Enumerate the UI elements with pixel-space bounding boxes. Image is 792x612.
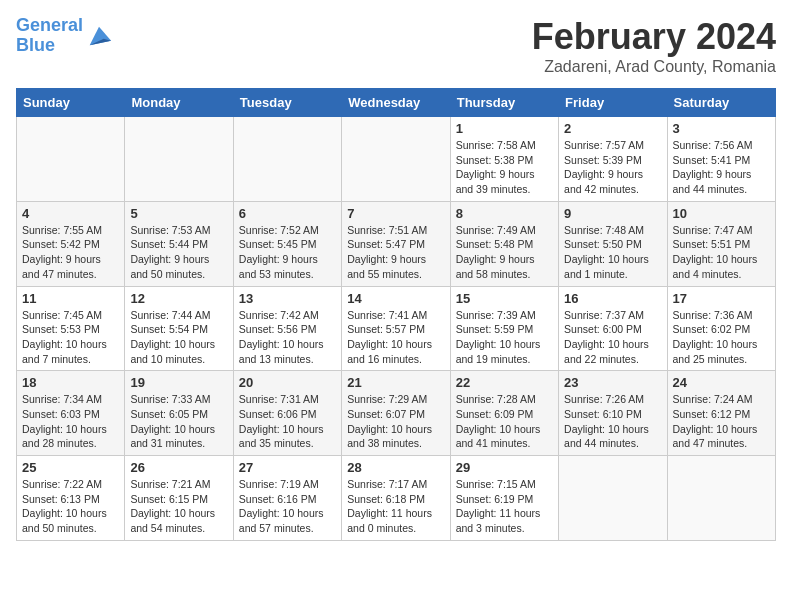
calendar-cell: 4Sunrise: 7:55 AM Sunset: 5:42 PM Daylig…	[17, 201, 125, 286]
dow-header: Tuesday	[233, 89, 341, 117]
day-info: Sunrise: 7:31 AM Sunset: 6:06 PM Dayligh…	[239, 392, 336, 451]
calendar-cell	[667, 456, 775, 541]
dow-header: Wednesday	[342, 89, 450, 117]
calendar-cell: 9Sunrise: 7:48 AM Sunset: 5:50 PM Daylig…	[559, 201, 667, 286]
day-number: 11	[22, 291, 119, 306]
calendar-cell: 6Sunrise: 7:52 AM Sunset: 5:45 PM Daylig…	[233, 201, 341, 286]
day-number: 24	[673, 375, 770, 390]
calendar-cell: 2Sunrise: 7:57 AM Sunset: 5:39 PM Daylig…	[559, 117, 667, 202]
calendar-cell	[125, 117, 233, 202]
calendar-cell: 7Sunrise: 7:51 AM Sunset: 5:47 PM Daylig…	[342, 201, 450, 286]
day-number: 12	[130, 291, 227, 306]
title-area: February 2024 Zadareni, Arad County, Rom…	[532, 16, 776, 76]
day-number: 4	[22, 206, 119, 221]
logo-text: General Blue	[16, 16, 83, 56]
day-number: 3	[673, 121, 770, 136]
day-number: 19	[130, 375, 227, 390]
calendar-cell	[342, 117, 450, 202]
day-number: 6	[239, 206, 336, 221]
calendar-cell	[233, 117, 341, 202]
calendar-cell: 1Sunrise: 7:58 AM Sunset: 5:38 PM Daylig…	[450, 117, 558, 202]
calendar-cell: 13Sunrise: 7:42 AM Sunset: 5:56 PM Dayli…	[233, 286, 341, 371]
dow-header: Saturday	[667, 89, 775, 117]
month-title: February 2024	[532, 16, 776, 58]
day-number: 18	[22, 375, 119, 390]
day-info: Sunrise: 7:44 AM Sunset: 5:54 PM Dayligh…	[130, 308, 227, 367]
day-info: Sunrise: 7:57 AM Sunset: 5:39 PM Dayligh…	[564, 138, 661, 197]
calendar-cell: 3Sunrise: 7:56 AM Sunset: 5:41 PM Daylig…	[667, 117, 775, 202]
day-info: Sunrise: 7:58 AM Sunset: 5:38 PM Dayligh…	[456, 138, 553, 197]
day-info: Sunrise: 7:45 AM Sunset: 5:53 PM Dayligh…	[22, 308, 119, 367]
calendar-cell: 18Sunrise: 7:34 AM Sunset: 6:03 PM Dayli…	[17, 371, 125, 456]
day-info: Sunrise: 7:47 AM Sunset: 5:51 PM Dayligh…	[673, 223, 770, 282]
logo: General Blue	[16, 16, 113, 56]
day-number: 7	[347, 206, 444, 221]
day-info: Sunrise: 7:41 AM Sunset: 5:57 PM Dayligh…	[347, 308, 444, 367]
calendar-table: SundayMondayTuesdayWednesdayThursdayFrid…	[16, 88, 776, 541]
day-info: Sunrise: 7:17 AM Sunset: 6:18 PM Dayligh…	[347, 477, 444, 536]
calendar-week-row: 18Sunrise: 7:34 AM Sunset: 6:03 PM Dayli…	[17, 371, 776, 456]
day-info: Sunrise: 7:37 AM Sunset: 6:00 PM Dayligh…	[564, 308, 661, 367]
calendar-cell: 10Sunrise: 7:47 AM Sunset: 5:51 PM Dayli…	[667, 201, 775, 286]
day-number: 16	[564, 291, 661, 306]
header: General Blue February 2024 Zadareni, Ara…	[16, 16, 776, 76]
day-number: 15	[456, 291, 553, 306]
day-number: 13	[239, 291, 336, 306]
day-info: Sunrise: 7:24 AM Sunset: 6:12 PM Dayligh…	[673, 392, 770, 451]
calendar-week-row: 1Sunrise: 7:58 AM Sunset: 5:38 PM Daylig…	[17, 117, 776, 202]
day-number: 23	[564, 375, 661, 390]
day-info: Sunrise: 7:49 AM Sunset: 5:48 PM Dayligh…	[456, 223, 553, 282]
calendar-cell: 14Sunrise: 7:41 AM Sunset: 5:57 PM Dayli…	[342, 286, 450, 371]
day-number: 2	[564, 121, 661, 136]
day-info: Sunrise: 7:22 AM Sunset: 6:13 PM Dayligh…	[22, 477, 119, 536]
calendar-cell: 11Sunrise: 7:45 AM Sunset: 5:53 PM Dayli…	[17, 286, 125, 371]
days-of-week-row: SundayMondayTuesdayWednesdayThursdayFrid…	[17, 89, 776, 117]
day-number: 28	[347, 460, 444, 475]
day-number: 10	[673, 206, 770, 221]
calendar-cell	[17, 117, 125, 202]
day-info: Sunrise: 7:39 AM Sunset: 5:59 PM Dayligh…	[456, 308, 553, 367]
calendar-cell: 24Sunrise: 7:24 AM Sunset: 6:12 PM Dayli…	[667, 371, 775, 456]
day-number: 29	[456, 460, 553, 475]
day-info: Sunrise: 7:42 AM Sunset: 5:56 PM Dayligh…	[239, 308, 336, 367]
day-number: 21	[347, 375, 444, 390]
logo-icon	[85, 22, 113, 50]
day-info: Sunrise: 7:36 AM Sunset: 6:02 PM Dayligh…	[673, 308, 770, 367]
dow-header: Monday	[125, 89, 233, 117]
day-number: 25	[22, 460, 119, 475]
calendar-cell: 20Sunrise: 7:31 AM Sunset: 6:06 PM Dayli…	[233, 371, 341, 456]
calendar-cell: 5Sunrise: 7:53 AM Sunset: 5:44 PM Daylig…	[125, 201, 233, 286]
calendar-cell: 27Sunrise: 7:19 AM Sunset: 6:16 PM Dayli…	[233, 456, 341, 541]
calendar-cell: 16Sunrise: 7:37 AM Sunset: 6:00 PM Dayli…	[559, 286, 667, 371]
calendar-week-row: 25Sunrise: 7:22 AM Sunset: 6:13 PM Dayli…	[17, 456, 776, 541]
day-number: 5	[130, 206, 227, 221]
day-number: 27	[239, 460, 336, 475]
day-info: Sunrise: 7:51 AM Sunset: 5:47 PM Dayligh…	[347, 223, 444, 282]
day-info: Sunrise: 7:26 AM Sunset: 6:10 PM Dayligh…	[564, 392, 661, 451]
day-info: Sunrise: 7:53 AM Sunset: 5:44 PM Dayligh…	[130, 223, 227, 282]
calendar-cell: 29Sunrise: 7:15 AM Sunset: 6:19 PM Dayli…	[450, 456, 558, 541]
day-number: 8	[456, 206, 553, 221]
calendar-cell: 21Sunrise: 7:29 AM Sunset: 6:07 PM Dayli…	[342, 371, 450, 456]
calendar-cell: 26Sunrise: 7:21 AM Sunset: 6:15 PM Dayli…	[125, 456, 233, 541]
day-info: Sunrise: 7:15 AM Sunset: 6:19 PM Dayligh…	[456, 477, 553, 536]
logo-line1: General	[16, 15, 83, 35]
day-number: 14	[347, 291, 444, 306]
calendar-cell: 17Sunrise: 7:36 AM Sunset: 6:02 PM Dayli…	[667, 286, 775, 371]
calendar-cell: 22Sunrise: 7:28 AM Sunset: 6:09 PM Dayli…	[450, 371, 558, 456]
day-info: Sunrise: 7:56 AM Sunset: 5:41 PM Dayligh…	[673, 138, 770, 197]
day-info: Sunrise: 7:33 AM Sunset: 6:05 PM Dayligh…	[130, 392, 227, 451]
day-info: Sunrise: 7:34 AM Sunset: 6:03 PM Dayligh…	[22, 392, 119, 451]
dow-header: Sunday	[17, 89, 125, 117]
calendar-week-row: 11Sunrise: 7:45 AM Sunset: 5:53 PM Dayli…	[17, 286, 776, 371]
day-number: 26	[130, 460, 227, 475]
day-number: 1	[456, 121, 553, 136]
calendar-cell: 15Sunrise: 7:39 AM Sunset: 5:59 PM Dayli…	[450, 286, 558, 371]
calendar-cell: 23Sunrise: 7:26 AM Sunset: 6:10 PM Dayli…	[559, 371, 667, 456]
calendar-week-row: 4Sunrise: 7:55 AM Sunset: 5:42 PM Daylig…	[17, 201, 776, 286]
day-number: 20	[239, 375, 336, 390]
day-number: 22	[456, 375, 553, 390]
calendar-cell: 8Sunrise: 7:49 AM Sunset: 5:48 PM Daylig…	[450, 201, 558, 286]
calendar-cell: 12Sunrise: 7:44 AM Sunset: 5:54 PM Dayli…	[125, 286, 233, 371]
day-number: 9	[564, 206, 661, 221]
